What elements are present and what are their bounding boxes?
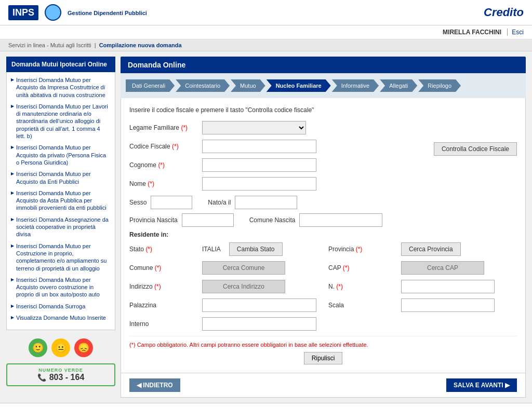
scala-label: Scala bbox=[328, 302, 396, 309]
sidebar-link[interactable]: Inserisci Domanda Mutuo per Costruzione … bbox=[16, 243, 107, 272]
content: Domanda Online Dati GeneraliCointestatar… bbox=[121, 57, 526, 398]
sidebar-link[interactable]: Inserisci Domanda Surroga bbox=[16, 303, 85, 309]
ripulisci-button[interactable]: Ripulisci bbox=[304, 352, 343, 364]
provincia-nascita-item: Provincia Nascita bbox=[129, 213, 234, 227]
sidebar-link[interactable]: Inserisci Domanda Mutuo per Acquisto da … bbox=[16, 77, 105, 98]
sidebar-title: Domanda Mutui Ipotecari Online bbox=[6, 57, 115, 72]
palazzina-input[interactable] bbox=[202, 299, 316, 312]
cognome-label: Cognome (*) bbox=[129, 161, 197, 169]
indirizzo-col: Indirizzo (*) Cerca Indirizzo bbox=[129, 280, 318, 299]
palazzina-col: Palazzina bbox=[129, 299, 318, 317]
cerca-cap-button[interactable]: Cerca CAP bbox=[401, 261, 484, 275]
codice-fiscale-row: Codice Fiscale (*) bbox=[129, 140, 423, 153]
legame-familiare-label: Legame Familiare (*) bbox=[129, 124, 197, 131]
sesso-item: Sesso bbox=[129, 196, 192, 209]
comune-col: Comune (*) Cerca Comune bbox=[129, 261, 318, 280]
cognome-input[interactable] bbox=[202, 158, 316, 172]
provincia-col: Provincia (*) Cerca Provincia bbox=[328, 242, 517, 261]
n-row: N. (*) bbox=[328, 280, 517, 293]
emotion-happy[interactable]: 🙂 bbox=[29, 338, 47, 357]
sesso-label: Sesso bbox=[129, 199, 147, 206]
provincia-row: Provincia (*) Cerca Provincia bbox=[328, 242, 517, 256]
provincia-nascita-label: Provincia Nascita bbox=[129, 216, 178, 224]
palazzina-scala-row: Palazzina Scala bbox=[129, 299, 517, 317]
indirizzo-n-row: Indirizzo (*) Cerca Indirizzo N. (*) bbox=[129, 280, 517, 299]
emotion-sad[interactable]: 😞 bbox=[74, 338, 93, 357]
cf-col: Codice Fiscale (*) bbox=[129, 140, 423, 158]
header-logo: INPS Gestione Dipendenti Pubblici bbox=[8, 4, 147, 21]
nome-row: Nome (*) bbox=[129, 177, 517, 191]
header: INPS Gestione Dipendenti Pubblici Credit… bbox=[0, 0, 532, 25]
stato-label: Stato (*) bbox=[129, 246, 197, 253]
comune-cap-row: Comune (*) Cerca Comune CAP (*) Cerca CA… bbox=[129, 261, 517, 280]
header-subtitle: Gestione Dipendenti Pubblici bbox=[68, 10, 147, 16]
phone-numero-verde: NUMERO VERDE bbox=[12, 368, 109, 373]
scala-input[interactable] bbox=[401, 299, 495, 312]
sidebar-link[interactable]: Inserisci Domanda Mutuo per Lavori di ma… bbox=[16, 103, 108, 139]
comune-nascita-input[interactable] bbox=[299, 213, 382, 227]
legame-familiare-row: Legame Familiare (*) bbox=[129, 121, 517, 134]
n-input[interactable] bbox=[401, 280, 495, 293]
sidebar-link[interactable]: Inserisci Domanda Assegnazione da societ… bbox=[16, 216, 109, 238]
cerca-comune-button[interactable]: Cerca Comune bbox=[202, 261, 285, 275]
content-title-bar: Domanda Online bbox=[121, 57, 526, 73]
sidebar-link[interactable]: Inserisci Domanda Mutuo per Acquisto da … bbox=[16, 190, 107, 211]
nato-item: Nato/a il bbox=[208, 196, 297, 209]
main-layout: Domanda Mutui Ipotecari Online Inserisci… bbox=[0, 51, 532, 403]
ripulisci-row: Ripulisci bbox=[129, 352, 517, 364]
step-nucleo-familiare[interactable]: Nucleo Familiare bbox=[267, 79, 332, 92]
sidebar-link[interactable]: Visualizza Domande Mutuo Inserite bbox=[16, 315, 106, 321]
cap-col: CAP (*) Cerca CAP bbox=[328, 261, 517, 280]
form-area: Inserire il codice fiscale e premere il … bbox=[121, 98, 526, 373]
interno-row: Interno bbox=[129, 317, 517, 331]
indirizzo-row: Indirizzo (*) Cerca Indirizzo bbox=[129, 280, 318, 293]
codice-fiscale-input[interactable] bbox=[202, 140, 316, 153]
nascita-row: Provincia Nascita Comune Nascita bbox=[129, 213, 517, 227]
cap-label: CAP (*) bbox=[328, 264, 396, 272]
sidebar-links: Inserisci Domanda Mutuo per Acquisto da … bbox=[6, 72, 115, 330]
legame-familiare-select[interactable] bbox=[202, 121, 306, 134]
exit-link[interactable]: Esci bbox=[507, 29, 524, 36]
cognome-row: Cognome (*) bbox=[129, 158, 517, 172]
palazzina-label: Palazzina bbox=[129, 302, 197, 309]
logo-circle bbox=[45, 4, 61, 21]
sidebar-link[interactable]: Inserisci Domanda Mutuo per Acquisto da … bbox=[16, 171, 91, 184]
n-col: N. (*) bbox=[328, 280, 517, 299]
step-riepilogo[interactable]: Riepilogo bbox=[418, 79, 462, 92]
sesso-input[interactable] bbox=[151, 196, 192, 209]
cerca-provincia-button[interactable]: Cerca Provincia bbox=[401, 242, 461, 256]
comune-row: Comune (*) Cerca Comune bbox=[129, 261, 318, 275]
scala-row: Scala bbox=[328, 299, 517, 312]
nato-il-input[interactable] bbox=[235, 196, 297, 209]
logo-box: INPS bbox=[8, 5, 38, 20]
sidebar-link[interactable]: Inserisci Domanda Mutuo per Acquisto da … bbox=[16, 144, 106, 166]
comune-label: Comune (*) bbox=[129, 264, 197, 272]
sidebar-link[interactable]: Inserisci Domanda Mutuo per Acquisto ovv… bbox=[16, 277, 100, 298]
nome-input[interactable] bbox=[202, 177, 316, 191]
interno-label: Interno bbox=[129, 320, 197, 328]
emotion-neutral[interactable]: 😐 bbox=[51, 338, 70, 357]
controlla-cf-button[interactable]: Controlla Codice Fiscale bbox=[434, 142, 517, 156]
stato-col: Stato (*) ITALIA Cambia Stato bbox=[129, 242, 318, 261]
step-allegati[interactable]: Allegati bbox=[380, 79, 418, 92]
emotion-icons: 🙂 😐 😞 bbox=[6, 338, 115, 357]
username: MIRELLA FACCHINI bbox=[443, 29, 501, 36]
palazzina-row: Palazzina bbox=[129, 299, 318, 312]
form-bottom: ◀ INDIETRO SALVA E AVANTI ▶ bbox=[121, 373, 526, 398]
cerca-indirizzo-button[interactable]: Cerca Indirizzo bbox=[202, 280, 285, 293]
step-cointestatario[interactable]: Cointestatario bbox=[176, 79, 231, 92]
provincia-nascita-input[interactable] bbox=[182, 213, 234, 227]
breadcrumb-link1[interactable]: Servizi in linea - Mutui agli Iscritti bbox=[8, 42, 91, 48]
cambia-stato-button[interactable]: Cambia Stato bbox=[229, 242, 283, 256]
indietro-button[interactable]: ◀ INDIETRO bbox=[129, 378, 180, 392]
indirizzo-label: Indirizzo (*) bbox=[129, 283, 197, 290]
footer: Guida © Copyright 2012 Inps Gestione Dip… bbox=[0, 403, 532, 407]
salva-avanti-button[interactable]: SALVA E AVANTI ▶ bbox=[446, 378, 517, 392]
interno-input[interactable] bbox=[202, 317, 316, 331]
scala-col: Scala bbox=[328, 299, 517, 317]
step-mutuo[interactable]: Mutuo bbox=[231, 79, 267, 92]
step-informative[interactable]: Informative bbox=[332, 79, 380, 92]
nato-label: Nato/a il bbox=[208, 199, 231, 206]
stato-value: ITALIA bbox=[202, 246, 221, 253]
step-dati-generali[interactable]: Dati Generali bbox=[126, 79, 176, 92]
